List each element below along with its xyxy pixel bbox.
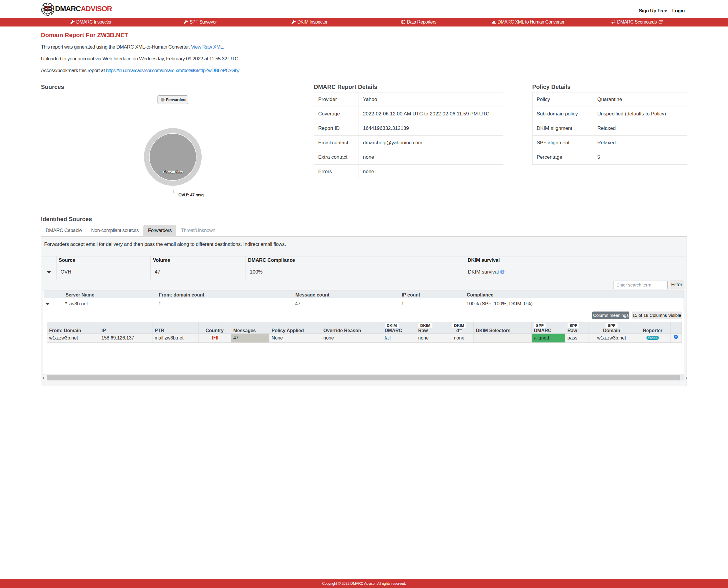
- svg-text:Forwarders: Forwarders: [163, 170, 183, 174]
